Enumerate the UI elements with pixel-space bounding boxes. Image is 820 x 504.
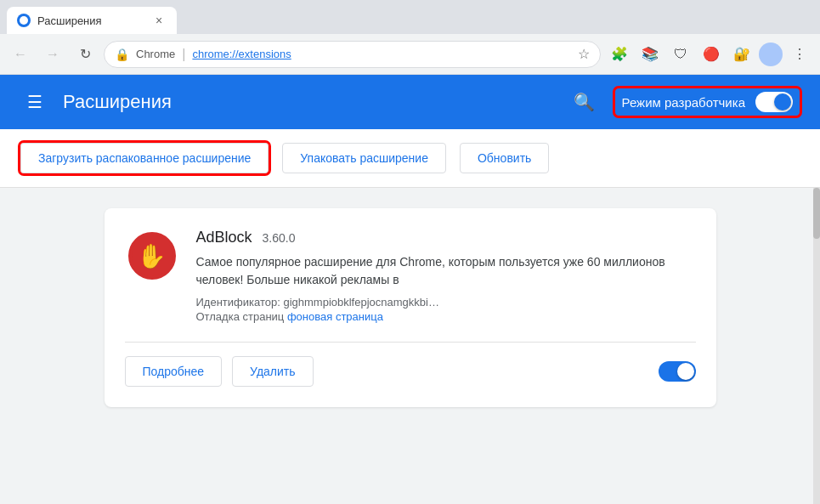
load-unpacked-button[interactable]: Загрузить распакованное расширение: [20, 143, 269, 173]
address-input[interactable]: 🔒 Chrome | chrome://extensions ☆: [104, 41, 601, 68]
tab-favicon: [17, 14, 31, 27]
scrollbar-track: [813, 188, 820, 504]
bookmark-star-icon[interactable]: ☆: [578, 46, 590, 62]
address-site: Chrome: [136, 48, 175, 60]
address-url: chrome://extensions: [192, 48, 291, 60]
extension-card-adblock: ✋ AdBlock 3.60.0 Самое популярное расшир…: [105, 208, 716, 407]
identifier-label: Идентификатор: gighmmpiobklfepjocnamgkkb…: [196, 296, 439, 309]
back-button[interactable]: ←: [7, 41, 34, 68]
tab-bar: Расширения ×: [0, 0, 820, 34]
active-tab[interactable]: Расширения ×: [7, 7, 177, 34]
extensions-list: ✋ AdBlock 3.60.0 Самое популярное расшир…: [0, 188, 820, 504]
main-content: ☰ Расширения 🔍 Режим разработчика Загруз…: [0, 75, 820, 504]
toolbar-icons: 🧩 📚 🛡 🔴 🔐 ⋮: [606, 41, 813, 68]
extensions-toolbar-button[interactable]: 🧩: [606, 41, 633, 68]
extension-id-row: Идентификатор: gighmmpiobklfepjocnamgkkb…: [196, 296, 696, 309]
dev-mode-toggle[interactable]: [755, 92, 793, 112]
extension-icon: ✋: [125, 229, 179, 283]
extension-debug-row: Отладка страниц фоновая страница: [196, 310, 696, 323]
hamburger-menu-button[interactable]: ☰: [20, 85, 49, 119]
forward-button[interactable]: →: [39, 41, 66, 68]
background-page-link[interactable]: фоновая страница: [287, 310, 383, 323]
extension-card-top: ✋ AdBlock 3.60.0 Самое популярное расшир…: [125, 229, 696, 325]
extension-name: AdBlock: [196, 229, 252, 246]
lastpass-toolbar-button[interactable]: 🔐: [728, 41, 755, 68]
extension-name-row: AdBlock 3.60.0: [196, 229, 696, 246]
adblock-circle: ✋: [128, 232, 176, 280]
extension-toggle[interactable]: [659, 361, 696, 382]
extension-info: AdBlock 3.60.0 Самое популярное расширен…: [196, 229, 696, 325]
pack-extension-button[interactable]: Упаковать расширение: [282, 143, 446, 173]
stop-hand-icon: ✋: [137, 242, 167, 270]
toggle-knob: [774, 93, 791, 110]
extension-version: 3.60.0: [263, 231, 296, 245]
adblock-icon-container: ✋: [125, 229, 179, 283]
refresh-button[interactable]: ↻: [71, 41, 99, 68]
extension-description: Самое популярное расширение для Chrome, …: [196, 253, 696, 289]
page-title: Расширения: [63, 91, 553, 113]
page-content: ☰ Расширения 🔍 Режим разработчика Загруз…: [0, 75, 820, 504]
extension-toggle-knob: [677, 363, 694, 380]
search-button[interactable]: 🔍: [567, 85, 602, 119]
extensions-header: ☰ Расширения 🔍 Режим разработчика: [0, 75, 820, 129]
google-shield-button[interactable]: 🛡: [667, 41, 694, 68]
profile-button[interactable]: [759, 42, 783, 66]
developer-mode-section: Режим разработчика: [615, 88, 800, 116]
adblock-toolbar-button[interactable]: 🔴: [698, 41, 725, 68]
reading-list-button[interactable]: 📚: [636, 41, 664, 68]
extension-card-bottom: Подробнее Удалить: [125, 342, 696, 387]
details-button[interactable]: Подробнее: [125, 356, 223, 387]
dev-mode-label: Режим разработчика: [622, 95, 745, 110]
scrollbar-thumb[interactable]: [813, 188, 820, 239]
hamburger-icon: ☰: [27, 92, 42, 112]
action-bar: Загрузить распакованное расширение Упако…: [0, 129, 820, 188]
address-separator: |: [182, 47, 185, 62]
search-icon: 🔍: [574, 92, 595, 112]
address-bar: ← → ↻ 🔒 Chrome | chrome://extensions ☆ 🧩…: [0, 34, 820, 75]
tab-close-button[interactable]: ×: [151, 13, 167, 28]
lock-icon: 🔒: [115, 48, 129, 61]
tab-title: Расширения: [37, 14, 102, 27]
chrome-menu-button[interactable]: ⋮: [786, 41, 813, 68]
remove-button[interactable]: Удалить: [232, 356, 313, 387]
update-button[interactable]: Обновить: [460, 143, 549, 173]
